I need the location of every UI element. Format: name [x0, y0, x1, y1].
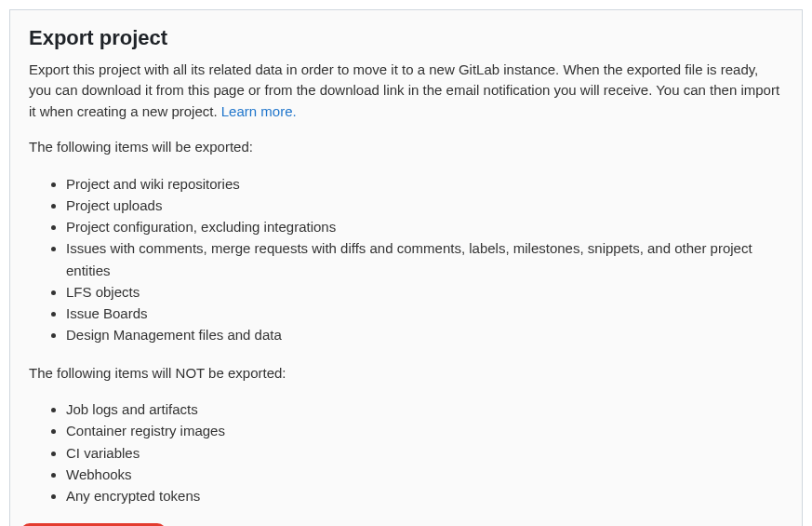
list-item: Project configuration, excluding integra…	[66, 216, 783, 237]
list-item: Webhooks	[66, 464, 783, 485]
list-item: Any encrypted tokens	[66, 485, 783, 506]
list-item: LFS objects	[66, 281, 783, 303]
list-item: CI variables	[66, 442, 783, 464]
wont-export-list: Job logs and artifacts Container registr…	[29, 398, 783, 506]
panel-description: Export this project with all its related…	[29, 60, 783, 123]
will-export-intro: The following items will be exported:	[29, 137, 783, 158]
list-item: Issues with comments, merge requests wit…	[66, 237, 783, 281]
list-item: Job logs and artifacts	[66, 398, 783, 420]
list-item: Issue Boards	[66, 303, 783, 324]
list-item: Design Management files and data	[66, 324, 783, 345]
learn-more-link[interactable]: Learn more.	[221, 103, 297, 119]
list-item: Project and wiki repositories	[66, 173, 783, 195]
wont-export-intro: The following items will NOT be exported…	[29, 363, 783, 384]
list-item: Container registry images	[66, 420, 783, 441]
will-export-list: Project and wiki repositories Project up…	[29, 173, 783, 346]
description-text: Export this project with all its related…	[29, 61, 779, 119]
export-project-panel: Export project Export this project with …	[9, 9, 803, 526]
panel-title: Export project	[29, 25, 783, 52]
list-item: Project uploads	[66, 195, 783, 216]
